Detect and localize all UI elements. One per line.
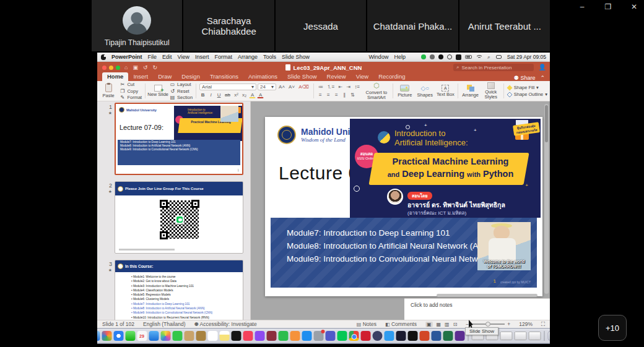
dock-app-icon[interactable] (196, 331, 206, 341)
ribbon-tab[interactable]: Slide Show (282, 72, 322, 81)
picture-button[interactable]: Picture (396, 82, 414, 100)
status-icon[interactable] (456, 54, 461, 60)
line-spacing-icon[interactable]: ↕≡ (353, 84, 361, 90)
menubar-item[interactable]: File (148, 54, 157, 60)
text-box-button[interactable]: A Text Box (436, 82, 455, 100)
reset-button[interactable]: ↺Reset (170, 88, 193, 94)
slide-sorter-view-button[interactable]: ▦ (437, 322, 442, 327)
quick-styles-button[interactable]: Quick Styles (482, 82, 500, 100)
status-icon[interactable] (430, 54, 435, 59)
menubar-item[interactable]: Tools (263, 54, 276, 60)
layout-button[interactable]: ▭Layout (170, 82, 193, 87)
language-status[interactable]: English (Thailand) (143, 321, 186, 327)
ribbon-tab[interactable]: Draw (153, 72, 176, 81)
convert-smartart-button[interactable]: ⬡ Convert to SmartArt (363, 82, 389, 100)
indent-decrease-icon[interactable]: ⇤ (337, 84, 344, 90)
dock-app-icon[interactable] (207, 331, 217, 341)
dock-app-icon[interactable] (325, 331, 335, 341)
underline-button[interactable]: U (215, 92, 222, 98)
dock-app-icon[interactable] (231, 331, 241, 341)
dock-app-icon[interactable] (384, 331, 394, 341)
status-icon[interactable] (465, 55, 472, 59)
ribbon-tab[interactable]: Transitions (205, 72, 243, 81)
dock-app-icon[interactable] (243, 331, 253, 341)
bullets-button[interactable]: ≔ (317, 84, 324, 90)
italic-button[interactable]: I (207, 92, 214, 98)
share-button[interactable]: ⚉ Share (514, 75, 536, 81)
participant-tile[interactable]: Anirut Teerabut ... (459, 0, 550, 51)
decrease-font-icon[interactable]: A˅ (287, 84, 296, 90)
dock-app-icon[interactable] (419, 331, 429, 341)
menubar-item[interactable]: Format (214, 54, 232, 60)
home-icon[interactable]: ⌂ (124, 64, 128, 71)
redo-icon[interactable]: ↻ (153, 64, 158, 71)
reading-view-button[interactable]: ▥ (445, 322, 450, 327)
collapse-ribbon-icon[interactable]: ⌃ (540, 75, 545, 81)
accessibility-status[interactable]: ⚉ Accessibility: Investigate (194, 321, 257, 327)
notes-toggle[interactable]: ▤ Notes (357, 321, 376, 327)
dock-app-icon[interactable] (372, 331, 382, 341)
font-color-button[interactable]: A (257, 92, 264, 98)
status-icon[interactable] (438, 54, 443, 59)
copy-button[interactable]: ❐Copy (120, 88, 142, 94)
shape-outline-button[interactable]: Shape Outline ▾ (507, 92, 547, 97)
notes-pane[interactable]: Click to add notes (404, 298, 550, 320)
status-icon[interactable] (447, 54, 452, 59)
zoom-in-icon[interactable]: + (507, 321, 510, 327)
save-icon[interactable]: ▣ (133, 64, 138, 71)
cut-button[interactable]: ✂Cut (120, 82, 142, 87)
search-input[interactable]: ⌕ Search in Presentation (453, 64, 534, 71)
ribbon-tab[interactable]: Home (102, 72, 128, 81)
dock-app-icon[interactable] (313, 331, 323, 341)
dock-app-icon[interactable] (184, 331, 194, 341)
comments-toggle[interactable]: ◧ Comments (385, 321, 417, 327)
numbering-button[interactable]: ⒈≡ (326, 84, 336, 90)
participant-tile[interactable]: Jessada (276, 0, 366, 51)
spotlight-icon[interactable]: ⌕ (487, 54, 490, 61)
horizontal-scrollbar[interactable] (437, 294, 537, 297)
dock-app-icon[interactable] (431, 331, 441, 341)
dock-app-icon[interactable] (290, 331, 300, 341)
shape-fill-button[interactable]: Shape Fill ▾ (507, 85, 547, 90)
dock-app-icon[interactable] (219, 331, 229, 341)
account-icon[interactable]: 👤 (539, 64, 546, 71)
ribbon-tab[interactable]: View (351, 72, 373, 81)
dock-app-icon[interactable] (172, 331, 182, 341)
menubar-item[interactable]: Edit (162, 54, 172, 60)
menubar-item[interactable]: Insert (195, 54, 209, 60)
dock-app-icon[interactable] (266, 331, 276, 341)
app-menu[interactable]: PowerPoint (111, 54, 142, 60)
dock-app-icon[interactable] (113, 331, 123, 341)
normal-view-button[interactable]: ▣ (425, 322, 433, 327)
dock-app-icon[interactable] (102, 331, 111, 341)
minimized-window-thumbnail[interactable] (500, 332, 512, 340)
menubar-item[interactable]: Help (394, 54, 406, 60)
slideshow-view-button[interactable]: ⊡ (453, 322, 458, 327)
format-painter-button[interactable]: ✎Format (120, 95, 142, 100)
superscript-button[interactable]: x² (233, 92, 240, 98)
apple-menu-icon[interactable] (101, 54, 106, 60)
close-window-icon[interactable] (102, 66, 107, 70)
slide-1-thumbnail[interactable]: Mahidol University Lecture 07-09: Introd… (115, 103, 243, 175)
dock-app-icon[interactable] (160, 331, 170, 341)
more-participants-button[interactable]: +10 (598, 315, 627, 341)
zoom-level[interactable]: 129% (519, 321, 533, 327)
increase-font-icon[interactable]: A˄ (277, 84, 286, 90)
dock-app-icon[interactable] (97, 331, 100, 341)
fit-slide-icon[interactable]: ⛶ (541, 321, 545, 328)
menubar-clock[interactable]: Sat 29 Apr 09:05 (507, 54, 546, 60)
highlight-button[interactable]: A (249, 92, 256, 98)
undo-icon[interactable]: ↺ (143, 64, 148, 71)
text-direction-icon[interactable]: ⇅ (349, 92, 356, 98)
section-button[interactable]: ▤Section (170, 95, 193, 100)
clear-format-icon[interactable]: A⌫ (297, 84, 310, 90)
slide-canvas[interactable]: Mahidol University Wisdom of the Land Le… (265, 117, 542, 296)
align-center-icon[interactable]: ≡ (325, 92, 332, 98)
align-left-icon[interactable]: ≡ (317, 92, 324, 98)
font-size-select[interactable]: 24▾ (258, 84, 276, 90)
dock-app-icon[interactable] (407, 331, 417, 341)
dock-app-icon[interactable] (443, 331, 453, 341)
new-slide-button[interactable]: New Slide (149, 82, 167, 100)
ribbon-tab[interactable]: Recording (373, 72, 410, 81)
dock-app-icon[interactable] (278, 331, 288, 341)
